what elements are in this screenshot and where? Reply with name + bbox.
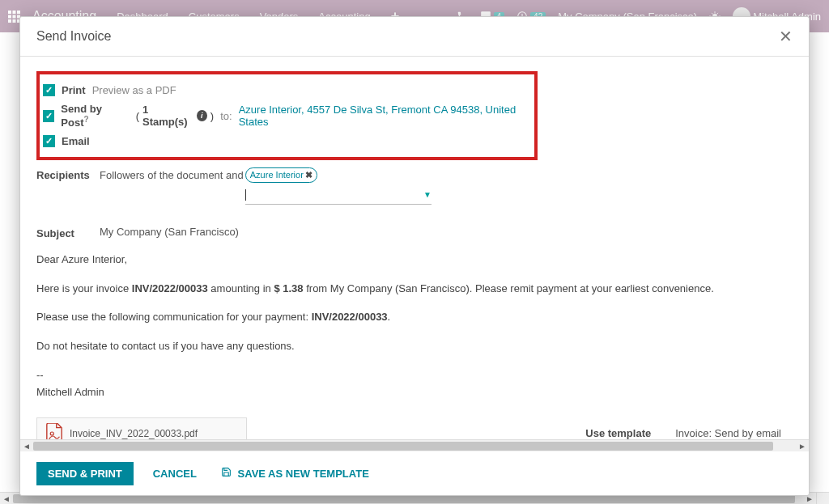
remove-tag-icon[interactable]: ✖ [305,168,312,182]
svg-rect-1 [13,11,16,14]
body-signature: -- Mitchell Admin [36,367,781,401]
email-label: Email [62,135,90,147]
attachment-template-row: Invoice_INV_2022_00033.pdf ✔ Use templat… [36,417,781,439]
scroll-track[interactable] [33,440,796,451]
cancel-button[interactable]: CANCEL [148,462,202,485]
post-label: Send by Post [61,103,102,129]
svg-rect-2 [17,11,20,14]
close-icon[interactable]: ✕ [779,28,793,44]
recipient-tag[interactable]: Azure Interior ✖ [245,167,317,183]
stamps-text: 1 Stamp(s) [142,104,193,128]
option-email: ✓ Email [43,132,534,150]
svg-rect-7 [13,19,16,23]
highlighted-options: ✓ Print Preview as a PDF ✓ Send by Post?… [36,71,538,160]
svg-rect-3 [8,15,11,18]
modal-footer: SEND & PRINT CANCEL SAVE AS NEW TEMPLATE [20,451,809,495]
body-line2: Here is your invoice INV/2022/00033 amou… [36,281,781,298]
body-line3: Please use the following communication f… [36,309,781,326]
text-cursor [245,189,246,201]
recipients-input[interactable]: ▼ [245,186,432,205]
post-to-label: to: [220,110,232,122]
post-question: ? [83,115,88,124]
send-invoice-modal: Send Invoice ✕ ✓ Print Preview as a PDF … [19,16,810,496]
modal-header: Send Invoice ✕ [20,17,809,57]
template-value[interactable]: Invoice: Send by email [675,427,781,439]
scroll-thumb[interactable] [33,442,773,451]
send-and-print-button[interactable]: SEND & PRINT [36,462,134,485]
info-icon[interactable]: i [197,110,207,121]
pdf-icon [45,423,63,439]
modal-body: ✓ Print Preview as a PDF ✓ Send by Post?… [20,57,797,439]
option-print: ✓ Print Preview as a PDF [43,81,534,100]
modal-hscrollbar[interactable]: ◄ ► [20,439,809,451]
scroll-corner [816,492,829,504]
print-label: Print [62,84,86,96]
subject-input[interactable] [100,226,318,238]
apps-icon[interactable] [8,11,20,23]
post-address[interactable]: Azure Interior, 4557 De Silva St, Fremon… [239,104,534,128]
chevron-down-icon[interactable]: ▼ [423,190,432,199]
recipients-row: Recipients Followers of the document and… [36,163,781,209]
save-template-label: SAVE AS NEW TEMPLATE [238,468,369,480]
checkbox-email[interactable]: ✓ [43,135,55,147]
save-icon [221,468,235,480]
recipients-prefix: Followers of the document and [100,169,244,181]
stamps-close: ) [210,110,214,122]
page-scroll-left-icon[interactable]: ◄ [0,494,13,503]
recipient-tag-text: Azure Interior [250,168,304,182]
attachment-name: Invoice_INV_2022_00033.pdf [70,428,198,439]
checkbox-post[interactable]: ✓ [43,110,54,122]
body-line4: Do not hesitate to contact us if you hav… [36,338,781,355]
recipients-label: Recipients [36,167,100,181]
subject-row: Subject [36,222,781,244]
checkbox-print[interactable]: ✓ [43,84,55,96]
email-body[interactable]: Dear Azure Interior, Here is your invoic… [36,252,781,401]
scroll-left-icon[interactable]: ◄ [20,442,33,451]
body-greeting: Dear Azure Interior, [36,252,781,269]
svg-rect-0 [8,11,11,14]
template-label: Use template [585,427,651,439]
save-template-button[interactable]: SAVE AS NEW TEMPLATE [216,461,374,485]
modal-title: Send Invoice [36,29,112,44]
svg-point-11 [50,432,53,435]
print-hint: Preview as a PDF [92,84,176,96]
check-icon: ✔ [234,437,241,439]
subject-label: Subject [36,226,100,239]
option-send-by-post: ✓ Send by Post? ( 1 Stamp(s) i ) to: Azu… [43,100,534,132]
stamps-open: ( [136,110,139,122]
scroll-right-icon[interactable]: ► [796,442,809,451]
svg-rect-4 [13,15,16,18]
attachment[interactable]: Invoice_INV_2022_00033.pdf ✔ [36,417,247,439]
svg-rect-6 [8,19,11,23]
